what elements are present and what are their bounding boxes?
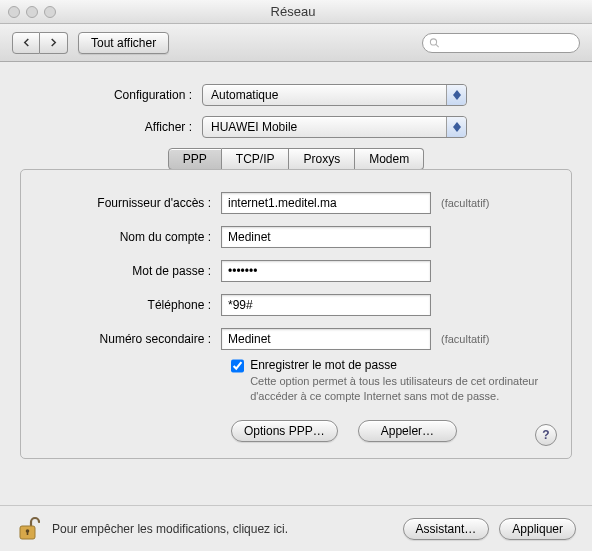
tab-modem-label: Modem [369,152,409,166]
footer: Pour empêcher les modifications, cliquez… [0,505,592,551]
apply-button[interactable]: Appliquer [499,518,576,540]
tab-proxys[interactable]: Proxys [289,148,355,170]
tab-modem[interactable]: Modem [355,148,424,170]
tab-ppp[interactable]: PPP [168,148,222,170]
provider-input[interactable] [221,192,431,214]
save-password-sub: Cette option permet à tous les utilisate… [250,374,541,404]
close-window-icon[interactable] [8,6,20,18]
help-button[interactable]: ? [535,424,557,446]
zoom-window-icon[interactable] [44,6,56,18]
show-label: Afficher : [20,120,202,134]
apply-label: Appliquer [512,522,563,536]
chevron-right-icon [49,38,58,47]
phone-input[interactable] [221,294,431,316]
svg-line-1 [436,44,439,47]
dropdown-stepper-icon [446,117,466,137]
tabbar: PPP TCP/IP Proxys Modem [20,148,572,170]
show-select[interactable]: HUAWEI Mobile [202,116,467,138]
tab-tcpip-label: TCP/IP [236,152,275,166]
secondary-hint: (facultatif) [441,333,489,345]
secondary-input[interactable] [221,328,431,350]
secondary-label: Numéro secondaire : [51,332,221,346]
ppp-options-button[interactable]: Options PPP… [231,420,338,442]
call-button[interactable]: Appeler… [358,420,457,442]
unlock-icon [18,516,40,542]
assistant-label: Assistant… [416,522,477,536]
password-input[interactable] [221,260,431,282]
phone-label: Téléphone : [51,298,221,312]
lock-button[interactable] [16,514,42,544]
back-button[interactable] [12,32,40,54]
window-title: Réseau [56,4,530,19]
tab-proxys-label: Proxys [303,152,340,166]
show-value: HUAWEI Mobile [211,120,297,134]
toolbar: Tout afficher [0,24,592,62]
configuration-value: Automatique [211,88,278,102]
chevron-left-icon [22,38,31,47]
nav-back-forward [12,32,68,54]
titlebar: Réseau [0,0,592,24]
assistant-button[interactable]: Assistant… [403,518,490,540]
traffic-lights [8,6,56,18]
dropdown-stepper-icon [446,85,466,105]
save-password-checkbox[interactable] [231,359,244,373]
call-label: Appeler… [381,424,434,438]
lock-message: Pour empêcher les modifications, cliquez… [52,522,403,536]
ppp-options-label: Options PPP… [244,424,325,438]
save-password-label: Enregistrer le mot de passe [250,358,541,372]
configuration-select[interactable]: Automatique [202,84,467,106]
ppp-panel: Fournisseur d'accès : (facultatif) Nom d… [20,169,572,459]
svg-point-0 [430,38,436,44]
help-icon: ? [542,428,549,442]
show-all-label: Tout afficher [91,36,156,50]
search-input[interactable] [440,36,573,50]
forward-button[interactable] [40,32,68,54]
show-all-button[interactable]: Tout afficher [78,32,169,54]
provider-label: Fournisseur d'accès : [51,196,221,210]
tab-ppp-label: PPP [183,152,207,166]
svg-rect-4 [27,531,29,535]
account-label: Nom du compte : [51,230,221,244]
minimize-window-icon[interactable] [26,6,38,18]
password-label: Mot de passe : [51,264,221,278]
tab-tcpip[interactable]: TCP/IP [222,148,290,170]
account-input[interactable] [221,226,431,248]
search-field[interactable] [422,33,580,53]
search-icon [429,37,440,49]
provider-hint: (facultatif) [441,197,489,209]
configuration-label: Configuration : [20,88,202,102]
main-content: Configuration : Automatique Afficher : H… [0,62,592,471]
